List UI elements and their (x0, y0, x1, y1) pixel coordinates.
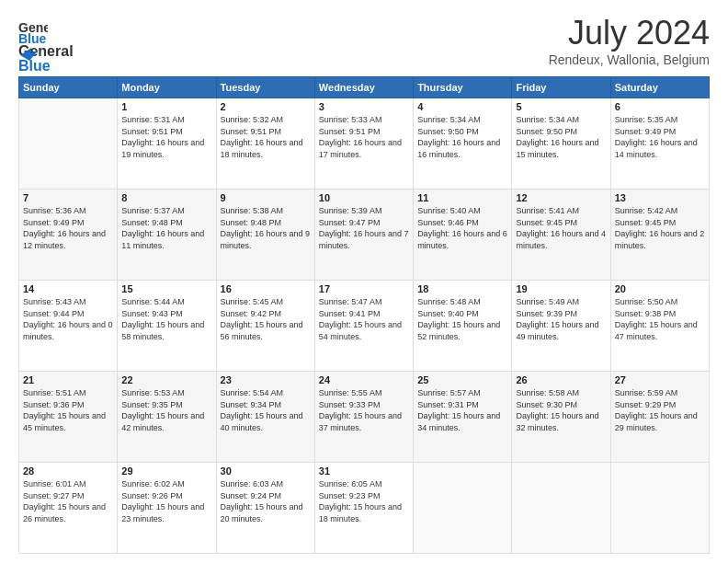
table-cell: 3 Sunrise: 5:33 AM Sunset: 9:51 PM Dayli… (314, 98, 413, 190)
col-sunday: Sunday (19, 77, 118, 98)
col-saturday: Saturday (610, 77, 709, 98)
calendar-body: 1 Sunrise: 5:31 AM Sunset: 9:51 PM Dayli… (19, 98, 710, 554)
table-cell: 23 Sunrise: 5:54 AM Sunset: 9:34 PM Dayl… (216, 372, 314, 463)
day-info: Sunrise: 5:42 AM Sunset: 9:45 PM Dayligh… (615, 205, 705, 251)
day-info: Sunrise: 5:45 AM Sunset: 9:42 PM Dayligh… (221, 296, 311, 342)
day-number: 30 (221, 465, 311, 477)
table-cell: 9 Sunrise: 5:38 AM Sunset: 9:48 PM Dayli… (216, 190, 314, 281)
day-info: Sunrise: 5:49 AM Sunset: 9:39 PM Dayligh… (516, 296, 606, 342)
day-number: 5 (516, 101, 606, 112)
day-info: Sunrise: 6:05 AM Sunset: 9:23 PM Dayligh… (319, 478, 409, 524)
day-info: Sunrise: 5:41 AM Sunset: 9:45 PM Dayligh… (516, 205, 606, 251)
day-info: Sunrise: 5:39 AM Sunset: 9:47 PM Dayligh… (319, 205, 409, 251)
table-cell (414, 463, 512, 554)
day-number: 26 (516, 374, 606, 385)
day-number: 20 (615, 283, 705, 294)
table-cell: 16 Sunrise: 5:45 AM Sunset: 9:42 PM Dayl… (216, 281, 314, 372)
day-number: 6 (615, 101, 705, 112)
day-info: Sunrise: 5:34 AM Sunset: 9:50 PM Dayligh… (417, 114, 507, 160)
day-info: Sunrise: 5:43 AM Sunset: 9:44 PM Dayligh… (23, 296, 113, 342)
day-number: 19 (516, 283, 606, 294)
col-thursday: Thursday (414, 77, 512, 98)
table-cell: 26 Sunrise: 5:58 AM Sunset: 9:30 PM Dayl… (512, 372, 610, 463)
day-number: 14 (23, 283, 113, 294)
table-cell: 8 Sunrise: 5:37 AM Sunset: 9:48 PM Dayli… (118, 190, 216, 281)
col-monday: Monday (118, 77, 216, 98)
table-cell: 1 Sunrise: 5:31 AM Sunset: 9:51 PM Dayli… (118, 98, 216, 190)
table-cell (19, 98, 118, 190)
logo: General Blue General Blue (18, 14, 74, 64)
table-cell (512, 463, 610, 554)
table-cell: 19 Sunrise: 5:49 AM Sunset: 9:39 PM Dayl… (512, 281, 610, 372)
day-info: Sunrise: 6:01 AM Sunset: 9:27 PM Dayligh… (23, 478, 113, 524)
day-info: Sunrise: 5:38 AM Sunset: 9:48 PM Dayligh… (221, 205, 311, 251)
table-row: 28 Sunrise: 6:01 AM Sunset: 9:27 PM Dayl… (19, 463, 710, 554)
day-info: Sunrise: 5:34 AM Sunset: 9:50 PM Dayligh… (516, 114, 606, 160)
logo-bird-icon (20, 46, 39, 64)
day-info: Sunrise: 5:44 AM Sunset: 9:43 PM Dayligh… (121, 296, 211, 342)
table-cell: 29 Sunrise: 6:02 AM Sunset: 9:26 PM Dayl… (118, 463, 216, 554)
table-cell: 31 Sunrise: 6:05 AM Sunset: 9:23 PM Dayl… (314, 463, 413, 554)
logo-icon: General Blue (18, 14, 48, 43)
table-row: 21 Sunrise: 5:51 AM Sunset: 9:36 PM Dayl… (19, 372, 710, 463)
day-number: 21 (23, 374, 113, 385)
day-number: 31 (319, 465, 409, 477)
day-number: 17 (319, 283, 409, 294)
day-number: 25 (417, 374, 507, 385)
day-info: Sunrise: 6:02 AM Sunset: 9:26 PM Dayligh… (121, 478, 211, 524)
table-cell: 13 Sunrise: 5:42 AM Sunset: 9:45 PM Dayl… (610, 190, 709, 281)
calendar-header-row: Sunday Monday Tuesday Wednesday Thursday… (19, 77, 710, 98)
day-info: Sunrise: 5:51 AM Sunset: 9:36 PM Dayligh… (23, 387, 113, 433)
table-cell: 21 Sunrise: 5:51 AM Sunset: 9:36 PM Dayl… (19, 372, 118, 463)
col-friday: Friday (512, 77, 610, 98)
table-cell: 18 Sunrise: 5:48 AM Sunset: 9:40 PM Dayl… (414, 281, 512, 372)
table-cell: 5 Sunrise: 5:34 AM Sunset: 9:50 PM Dayli… (512, 98, 610, 190)
table-cell (610, 463, 709, 554)
day-number: 4 (417, 101, 507, 112)
day-number: 3 (319, 101, 409, 112)
day-number: 27 (615, 374, 705, 385)
day-info: Sunrise: 5:48 AM Sunset: 9:40 PM Dayligh… (417, 296, 507, 342)
table-cell: 24 Sunrise: 5:55 AM Sunset: 9:33 PM Dayl… (314, 372, 413, 463)
table-cell: 6 Sunrise: 5:35 AM Sunset: 9:49 PM Dayli… (610, 98, 709, 190)
title-section: July 2024 Rendeux, Wallonia, Belgium (549, 14, 710, 67)
calendar-table: Sunday Monday Tuesday Wednesday Thursday… (18, 76, 710, 554)
day-info: Sunrise: 5:35 AM Sunset: 9:49 PM Dayligh… (615, 114, 705, 160)
table-cell: 25 Sunrise: 5:57 AM Sunset: 9:31 PM Dayl… (414, 372, 512, 463)
header: General Blue General Blue July 2024 Rend… (18, 14, 710, 67)
day-info: Sunrise: 5:54 AM Sunset: 9:34 PM Dayligh… (221, 387, 311, 433)
col-wednesday: Wednesday (314, 77, 413, 98)
day-number: 9 (221, 192, 311, 203)
day-number: 16 (221, 283, 311, 294)
day-number: 8 (121, 192, 211, 203)
table-cell: 15 Sunrise: 5:44 AM Sunset: 9:43 PM Dayl… (118, 281, 216, 372)
day-number: 28 (23, 465, 113, 477)
day-info: Sunrise: 5:53 AM Sunset: 9:35 PM Dayligh… (121, 387, 211, 433)
day-info: Sunrise: 5:37 AM Sunset: 9:48 PM Dayligh… (121, 205, 211, 251)
table-cell: 27 Sunrise: 5:59 AM Sunset: 9:29 PM Dayl… (610, 372, 709, 463)
col-tuesday: Tuesday (216, 77, 314, 98)
table-cell: 4 Sunrise: 5:34 AM Sunset: 9:50 PM Dayli… (414, 98, 512, 190)
table-cell: 2 Sunrise: 5:32 AM Sunset: 9:51 PM Dayli… (216, 98, 314, 190)
day-info: Sunrise: 5:47 AM Sunset: 9:41 PM Dayligh… (319, 296, 409, 342)
day-number: 15 (121, 283, 211, 294)
day-info: Sunrise: 5:55 AM Sunset: 9:33 PM Dayligh… (319, 387, 409, 433)
svg-text:Blue: Blue (18, 31, 47, 43)
table-cell: 7 Sunrise: 5:36 AM Sunset: 9:49 PM Dayli… (19, 190, 118, 281)
table-cell: 20 Sunrise: 5:50 AM Sunset: 9:38 PM Dayl… (610, 281, 709, 372)
day-number: 29 (121, 465, 211, 477)
table-cell: 30 Sunrise: 6:03 AM Sunset: 9:24 PM Dayl… (216, 463, 314, 554)
logo-wrapper: General Blue (18, 14, 48, 43)
table-row: 14 Sunrise: 5:43 AM Sunset: 9:44 PM Dayl… (19, 281, 710, 372)
day-info: Sunrise: 5:31 AM Sunset: 9:51 PM Dayligh… (121, 114, 211, 160)
day-number: 12 (516, 192, 606, 203)
day-info: Sunrise: 5:36 AM Sunset: 9:49 PM Dayligh… (23, 205, 113, 251)
day-number: 10 (319, 192, 409, 203)
day-number: 1 (121, 101, 211, 112)
month-year: July 2024 (549, 14, 710, 52)
day-info: Sunrise: 5:57 AM Sunset: 9:31 PM Dayligh… (417, 387, 507, 433)
day-number: 2 (221, 101, 311, 112)
table-cell: 10 Sunrise: 5:39 AM Sunset: 9:47 PM Dayl… (314, 190, 413, 281)
day-number: 13 (615, 192, 705, 203)
location: Rendeux, Wallonia, Belgium (549, 52, 710, 67)
